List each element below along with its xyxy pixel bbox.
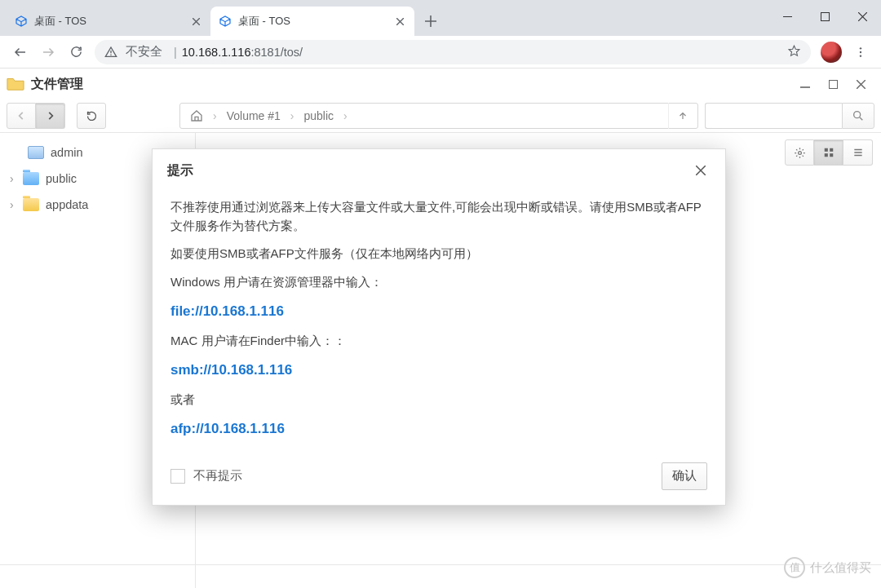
computer-icon: [28, 146, 44, 159]
bookmark-star-icon[interactable]: [787, 44, 801, 60]
svg-point-7: [854, 112, 861, 118]
cube-icon: [219, 15, 232, 28]
dialog-title: 提示: [167, 162, 193, 179]
file-link[interactable]: file://10.168.1.116: [170, 303, 284, 319]
dialog-text: MAC 用户请在Finder中输入：：: [170, 332, 707, 351]
svg-rect-0: [821, 12, 829, 20]
svg-point-5: [860, 55, 861, 56]
window-maximize-button[interactable]: [806, 0, 843, 33]
smb-link[interactable]: smb://10.168.1.116: [170, 362, 292, 378]
dont-show-checkbox[interactable]: [170, 469, 185, 484]
svg-rect-10: [830, 148, 833, 152]
app-title: 文件管理: [31, 76, 83, 93]
cube-icon: [15, 15, 28, 28]
nav-back-button[interactable]: [7, 38, 34, 66]
tab-close-icon[interactable]: [189, 15, 202, 28]
tree-label: public: [46, 172, 77, 185]
svg-rect-12: [830, 153, 833, 157]
profile-avatar[interactable]: [821, 42, 842, 63]
expand-icon[interactable]: ›: [10, 172, 23, 185]
svg-rect-1: [110, 51, 111, 53]
browser-toolbar: 不安全 | 10.168.1.116:8181/tos/: [0, 36, 881, 69]
search-button[interactable]: [842, 103, 874, 129]
watermark: 值 什么值得买: [784, 557, 871, 578]
folder-icon: [23, 172, 39, 185]
up-button[interactable]: [668, 103, 696, 129]
svg-rect-9: [824, 148, 827, 152]
view-list-button[interactable]: [843, 139, 873, 166]
svg-point-8: [798, 151, 801, 154]
window-minimize-button[interactable]: [768, 0, 806, 33]
tree-label: appdata: [46, 198, 88, 211]
browser-tab-1[interactable]: 桌面 - TOS: [210, 7, 414, 36]
nav-group: [7, 103, 65, 129]
home-icon[interactable]: [182, 104, 211, 128]
watermark-badge: 值: [784, 557, 805, 578]
svg-point-4: [860, 51, 861, 52]
settings-button[interactable]: [785, 139, 814, 166]
url-port: :8181: [250, 46, 280, 59]
tab-close-icon[interactable]: [393, 15, 406, 28]
url-path: /tos/: [281, 46, 303, 59]
chevron-right-icon: ›: [289, 109, 296, 122]
afp-link[interactable]: afp://10.168.1.116: [170, 421, 285, 436]
folder-icon: [23, 198, 39, 211]
security-label: 不安全: [126, 44, 162, 60]
browser-tab-0[interactable]: 桌面 - TOS: [7, 7, 210, 36]
breadcrumb[interactable]: › Volume #1 › public ›: [179, 103, 698, 129]
breadcrumb-volume[interactable]: Volume #1: [219, 104, 289, 128]
nav-forward-button[interactable]: [34, 38, 62, 66]
svg-rect-6: [829, 80, 837, 88]
browser-menu-button[interactable]: [847, 38, 874, 66]
dialog-text: 或者: [170, 391, 707, 409]
app-close-button[interactable]: [847, 72, 874, 96]
window-close-button[interactable]: [843, 0, 881, 33]
window-controls: [768, 0, 881, 33]
confirm-button[interactable]: 确认: [662, 462, 707, 490]
dialog-text: 不推荐使用通过浏览器来上传大容量文件或大量文件,可能会出现中断或错误。请使用SM…: [170, 198, 707, 235]
chevron-right-icon: ›: [211, 109, 219, 122]
not-secure-icon: [104, 46, 117, 59]
expand-icon[interactable]: ›: [10, 198, 23, 211]
chevron-right-icon: ›: [342, 109, 349, 122]
view-grid-button[interactable]: [814, 139, 843, 166]
search-input[interactable]: [705, 103, 842, 129]
svg-rect-2: [110, 54, 111, 55]
dialog-text: Windows 用户请在资源管理器中输入：: [170, 273, 707, 292]
tree-label: admin: [51, 146, 83, 159]
address-bar[interactable]: 不安全 | 10.168.1.116:8181/tos/: [95, 40, 811, 64]
app-titlebar: 文件管理: [0, 69, 881, 99]
tab-strip: 桌面 - TOS 桌面 - TOS: [0, 0, 881, 36]
dont-show-label: 不再提示: [193, 468, 242, 484]
back-button[interactable]: [7, 103, 36, 129]
svg-rect-11: [824, 153, 827, 157]
app-toolbar: › Volume #1 › public ›: [0, 99, 881, 132]
hint-dialog: 提示 不推荐使用通过浏览器来上传大容量文件或大量文件,可能会出现中断或错误。请使…: [152, 148, 726, 506]
dialog-close-button[interactable]: [691, 161, 711, 180]
new-tab-button[interactable]: [419, 10, 442, 33]
refresh-button[interactable]: [77, 103, 106, 129]
nav-reload-button[interactable]: [62, 38, 90, 66]
app-maximize-button[interactable]: [819, 72, 847, 96]
dialog-body: 不推荐使用通过浏览器来上传大容量文件或大量文件,可能会出现中断或错误。请使用SM…: [153, 185, 725, 456]
svg-point-3: [860, 47, 861, 49]
watermark-text: 什么值得买: [810, 560, 871, 576]
app-minimize-button[interactable]: [791, 72, 819, 96]
url-host: 10.168.1.116: [182, 46, 251, 59]
folder-icon: [7, 75, 24, 93]
tab-title: 桌面 - TOS: [238, 14, 393, 29]
tab-title: 桌面 - TOS: [34, 14, 189, 29]
search-group: [705, 103, 874, 129]
breadcrumb-folder[interactable]: public: [296, 104, 343, 128]
forward-button[interactable]: [36, 103, 65, 129]
dialog-text: 如要使用SMB或者AFP文件服务（仅在本地网络内可用）: [170, 245, 707, 263]
